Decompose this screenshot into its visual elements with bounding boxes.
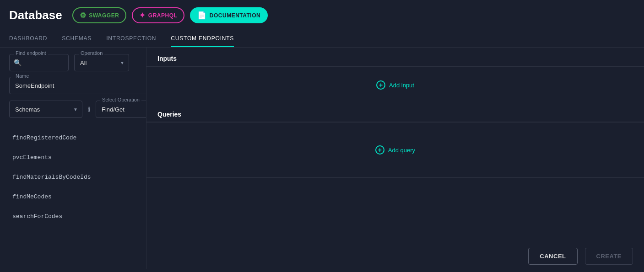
inputs-section: Inputs + Add input <box>146 48 644 103</box>
nav-tabs: DASHBOARD SCHEMAS INTROSPECTION CUSTOM E… <box>0 31 644 48</box>
tab-dashboard[interactable]: DASHBOARD <box>9 31 47 47</box>
filters-row-1: Find endpoint 🔍 Operation All GET POST P… <box>0 48 146 101</box>
select-operation-label: Select Operation <box>100 97 141 102</box>
swagger-button[interactable]: ⚙ SWAGGER <box>72 7 127 23</box>
find-endpoint-input[interactable] <box>9 54 69 71</box>
find-endpoint-label: Find endpoint <box>14 50 48 56</box>
select-operation-select[interactable]: Find/Get Create Update Delete <box>96 101 146 118</box>
find-endpoint-field: Find endpoint 🔍 <box>9 54 69 71</box>
docs-button[interactable]: 📄 DOCUMENTATION <box>190 7 268 23</box>
list-item[interactable]: findMaterialsByCodeIds <box>0 167 146 187</box>
schemas-select-field: Schemas Movies Users ▼ <box>9 101 82 118</box>
add-input-button[interactable]: + Add input <box>371 78 420 92</box>
list-item[interactable]: pvcElements <box>0 148 146 167</box>
footer: CANCEL CREATE <box>517 240 644 272</box>
info-icon[interactable]: ℹ <box>88 106 90 113</box>
queries-section-header: Queries <box>146 103 644 122</box>
right-panel: Inputs + Add input Queries + Add query <box>146 48 644 269</box>
header: Database ⚙ SWAGGER ✦ GRAPHQL 📄 DOCUMENTA… <box>0 0 644 31</box>
graphql-button[interactable]: ✦ GRAPHQL <box>132 7 184 23</box>
cancel-button[interactable]: CANCEL <box>528 248 577 265</box>
list-item[interactable]: findRegisteredCode <box>0 128 146 148</box>
add-input-icon: + <box>376 80 385 90</box>
list-item[interactable]: searchForCodes <box>0 207 146 226</box>
schemas-select[interactable]: Schemas Movies Users <box>9 101 82 118</box>
add-query-button[interactable]: + Add query <box>370 143 421 157</box>
name-field: Name <box>9 77 146 94</box>
queries-content: + Add query <box>146 123 644 177</box>
queries-section: Queries + Add query <box>146 103 644 178</box>
select-operation-field: Select Operation Find/Get Create Update … <box>96 101 146 118</box>
graphql-icon: ✦ <box>139 11 146 20</box>
sidebar: Find endpoint 🔍 Operation All GET POST P… <box>0 48 146 269</box>
filters-row-2: Schemas Movies Users ▼ ℹ Select Operatio… <box>0 101 146 124</box>
name-input[interactable] <box>9 77 146 94</box>
operation-label: Operation <box>79 50 104 56</box>
list-item[interactable]: findMeCodes <box>0 187 146 207</box>
inputs-section-header: Inputs <box>146 48 644 66</box>
operation-select[interactable]: All GET POST PUT DELETE <box>74 54 129 71</box>
create-button[interactable]: CREATE <box>585 248 633 265</box>
tab-custom-endpoints[interactable]: CUSTOM ENDPOINTS <box>171 31 234 47</box>
swagger-icon: ⚙ <box>80 11 87 20</box>
name-label: Name <box>14 73 31 79</box>
add-query-icon: + <box>375 145 384 155</box>
app-title: Database <box>9 8 62 22</box>
docs-icon: 📄 <box>197 11 207 20</box>
inputs-content: + Add input <box>146 67 644 103</box>
operation-field: Operation All GET POST PUT DELETE ▼ <box>74 54 129 71</box>
tab-introspection[interactable]: INTROSPECTION <box>106 31 156 47</box>
main-content: Find endpoint 🔍 Operation All GET POST P… <box>0 48 644 269</box>
sidebar-list: findRegisteredCode pvcElements findMater… <box>0 124 146 230</box>
tab-schemas[interactable]: SCHEMAS <box>62 31 92 47</box>
